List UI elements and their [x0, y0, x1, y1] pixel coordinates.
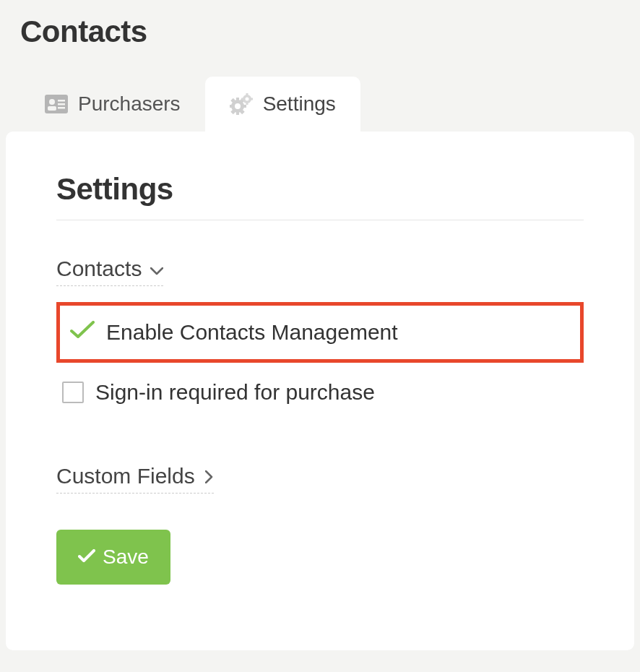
svg-rect-9	[236, 111, 239, 115]
divider	[56, 220, 584, 220]
gears-icon	[230, 93, 253, 115]
content-title: Settings	[56, 172, 584, 207]
save-button-label: Save	[103, 546, 149, 569]
svg-rect-18	[246, 93, 248, 96]
section-contacts-header[interactable]: Contacts	[56, 257, 163, 286]
svg-rect-2	[48, 106, 56, 111]
section-label: Custom Fields	[56, 464, 195, 488]
contact-card-icon	[45, 95, 68, 113]
tab-label: Purchasers	[78, 92, 181, 116]
svg-rect-3	[58, 100, 65, 102]
chevron-right-icon	[205, 464, 214, 488]
tab-settings[interactable]: Settings	[205, 77, 360, 132]
svg-point-17	[245, 98, 248, 101]
tabs-container: Purchasers	[0, 49, 640, 132]
tab-purchasers[interactable]: Purchasers	[20, 77, 205, 132]
svg-rect-10	[230, 105, 233, 108]
option-enable-contacts-management[interactable]: Enable Contacts Management	[56, 302, 584, 363]
svg-point-7	[235, 103, 241, 109]
tab-label: Settings	[263, 92, 336, 116]
svg-point-1	[49, 99, 55, 105]
chevron-down-icon	[150, 257, 163, 281]
svg-rect-11	[242, 105, 246, 108]
option-label: Sign-in required for purchase	[95, 380, 375, 405]
svg-rect-20	[241, 98, 244, 100]
check-icon	[78, 546, 95, 569]
save-button[interactable]: Save	[56, 530, 170, 585]
option-label: Enable Contacts Management	[106, 320, 398, 345]
svg-rect-5	[58, 107, 65, 109]
svg-rect-21	[250, 98, 253, 100]
svg-rect-19	[246, 102, 248, 105]
svg-rect-8	[236, 98, 239, 102]
checkbox-unchecked-icon	[62, 382, 84, 403]
section-custom-fields-header[interactable]: Custom Fields	[56, 464, 214, 494]
option-signin-required[interactable]: Sign-in required for purchase	[56, 371, 584, 413]
checkmark-icon	[70, 320, 95, 345]
content-panel: Settings Contacts Enable Contacts Manage…	[6, 132, 634, 650]
page-header: Contacts	[0, 0, 640, 49]
page-title: Contacts	[20, 14, 620, 49]
svg-rect-4	[58, 103, 65, 105]
section-label: Contacts	[56, 257, 142, 281]
